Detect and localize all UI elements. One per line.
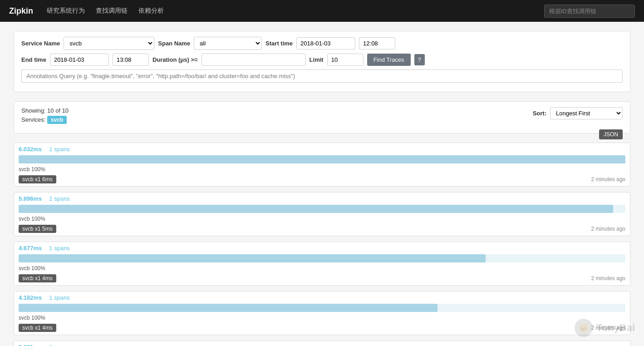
trace-spans: 1 spans xyxy=(49,195,70,202)
trace-spans: 1 spans xyxy=(49,344,70,346)
trace-bar-background xyxy=(19,205,625,213)
end-time-label: End time xyxy=(21,56,46,63)
service-name-label: Service Name xyxy=(21,40,60,47)
trace-bar-background xyxy=(19,155,625,163)
trace-bar-fill xyxy=(19,254,486,262)
services-row: Services: svcb xyxy=(21,116,69,124)
duration-label: Duration (μs) >= xyxy=(152,56,198,63)
filter-row-3 xyxy=(21,69,623,83)
trace-duration: 6.032ms xyxy=(19,146,42,153)
navbar-search-area xyxy=(544,5,635,18)
navbar-brand: Zipkin xyxy=(9,6,33,16)
trace-item[interactable]: 4.677ms 1 spans svcb 100% svcb x1 4ms 2 … xyxy=(14,242,630,286)
filter-panel: Service Name svcb Span Name all Start ti… xyxy=(14,31,630,92)
services-label: Services: xyxy=(21,116,45,123)
trace-duration: 3.381ms xyxy=(19,344,42,346)
trace-bar-row xyxy=(14,254,630,264)
results-controls: Showing: 10 of 10 Services: svcb Sort: L… xyxy=(21,107,623,126)
showing-row: Showing: 10 of 10 xyxy=(21,107,69,114)
nav-system-behavior[interactable]: 研究系统行为 xyxy=(47,7,85,15)
nav-dependency[interactable]: 依赖分析 xyxy=(138,7,164,15)
trace-duration: 4.677ms xyxy=(19,245,42,252)
sort-label: Sort: xyxy=(533,110,546,117)
span-name-select[interactable]: all xyxy=(194,37,262,50)
trace-bar-row xyxy=(14,155,630,165)
showing-label: Showing: xyxy=(21,107,45,114)
trace-duration: 5.896ms xyxy=(19,195,42,202)
trace-bar-fill xyxy=(19,205,613,213)
trace-item[interactable]: 4.182ms 1 spans svcb 100% svcb x1 4ms 2 … xyxy=(14,291,630,335)
results-panel: Showing: 10 of 10 Services: svcb Sort: L… xyxy=(14,101,630,133)
trace-bar-row xyxy=(14,304,630,314)
sort-select[interactable]: Longest First Shortest First Newest Firs… xyxy=(550,107,623,119)
trace-header[interactable]: 4.677ms 1 spans xyxy=(14,242,630,254)
trace-time-ago: 2 minutes ago xyxy=(591,226,625,232)
nav-find-traces[interactable]: 查找调用链 xyxy=(96,7,128,15)
trace-header[interactable]: 3.381ms 1 spans xyxy=(14,341,630,346)
traces-list: 6.032ms 1 spans svcb 100% svcb x1 6ms 2 … xyxy=(14,143,630,346)
trace-time-ago: 2 minutes ago xyxy=(591,176,625,183)
help-icon-button[interactable]: ? xyxy=(414,54,425,65)
trace-service-pct: svcb 100% xyxy=(14,314,630,323)
end-date-input[interactable] xyxy=(50,54,109,66)
trace-duration: 4.182ms xyxy=(19,294,42,301)
json-button[interactable]: JSON xyxy=(599,129,623,139)
limit-label: Limit xyxy=(310,56,324,63)
trace-tag: svcb x1 4ms xyxy=(19,274,56,282)
trace-service-pct: svcb 100% xyxy=(14,215,630,224)
trace-footer: svcb x1 5ms 2 minutes ago xyxy=(14,224,630,236)
showing-value: 10 of 10 xyxy=(47,107,69,114)
service-badge: svcb xyxy=(47,116,67,124)
trace-service-pct: svcb 100% xyxy=(14,165,630,174)
navbar-nav: 研究系统行为 查找调用链 依赖分析 xyxy=(47,7,544,15)
service-name-select[interactable]: svcb xyxy=(64,37,154,50)
trace-tag: svcb x1 4ms xyxy=(19,324,56,332)
main-content: Service Name svcb Span Name all Start ti… xyxy=(0,22,644,346)
trace-bar-background xyxy=(19,254,625,262)
trace-footer: svcb x1 6ms 2 minutes ago xyxy=(14,174,630,186)
start-time-input[interactable] xyxy=(359,37,395,49)
trace-bar-background xyxy=(19,304,625,312)
trace-time-ago: 2 minutes ago xyxy=(591,275,625,282)
trace-bar-fill xyxy=(19,155,625,163)
navbar: Zipkin 研究系统行为 查找调用链 依赖分析 xyxy=(0,0,644,22)
trace-tag: svcb x1 6ms xyxy=(19,175,56,183)
annotations-query-input[interactable] xyxy=(21,69,623,83)
limit-input[interactable] xyxy=(327,54,364,66)
trace-header[interactable]: 4.182ms 1 spans xyxy=(14,292,630,304)
start-time-label: Start time xyxy=(265,40,293,47)
filter-row-2: End time Duration (μs) >= Limit Find Tra… xyxy=(21,54,623,66)
find-traces-button[interactable]: Find Traces xyxy=(367,54,411,66)
trace-header[interactable]: 5.896ms 1 spans xyxy=(14,193,630,205)
trace-spans: 1 spans xyxy=(49,245,70,252)
trace-item[interactable]: 3.381ms 1 spans svcb 100% svcb x1 3ms 2 … xyxy=(14,341,630,346)
trace-item[interactable]: 6.032ms 1 spans svcb 100% svcb x1 6ms 2 … xyxy=(14,143,630,187)
results-info: Showing: 10 of 10 Services: svcb xyxy=(21,107,69,126)
trace-spans: 1 spans xyxy=(49,294,70,301)
start-date-input[interactable] xyxy=(296,37,355,49)
trace-item[interactable]: 5.896ms 1 spans svcb 100% svcb x1 5ms 2 … xyxy=(14,192,630,236)
trace-spans: 1 spans xyxy=(49,146,70,153)
trace-footer: svcb x1 4ms 2 minutes ago xyxy=(14,323,630,335)
trace-bar-row xyxy=(14,205,630,215)
trace-header[interactable]: 6.032ms 1 spans xyxy=(14,143,630,155)
end-time-input[interactable] xyxy=(113,54,149,66)
span-name-label: Span Name xyxy=(158,40,190,47)
trace-time-ago: 2 minutes ago xyxy=(591,325,625,331)
duration-input[interactable] xyxy=(202,54,306,66)
filter-row-1: Service Name svcb Span Name all Start ti… xyxy=(21,37,623,50)
trace-bar-fill xyxy=(19,304,438,312)
trace-footer: svcb x1 4ms 2 minutes ago xyxy=(14,273,630,285)
trace-service-pct: svcb 100% xyxy=(14,264,630,273)
sort-row: Sort: Longest First Shortest First Newes… xyxy=(533,107,623,119)
trace-tag: svcb x1 5ms xyxy=(19,225,56,233)
trace-id-search-input[interactable] xyxy=(544,5,635,18)
